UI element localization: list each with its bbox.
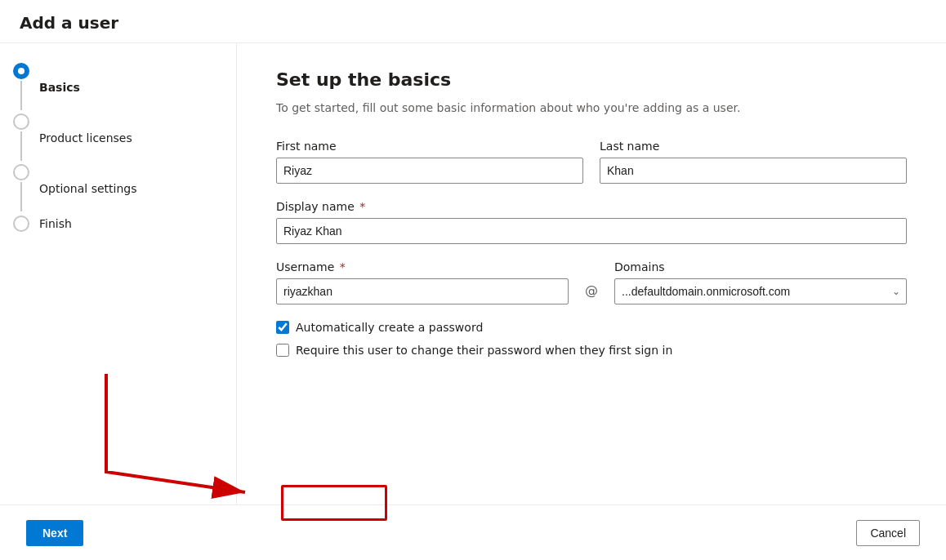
username-label: Username * — [276, 260, 569, 273]
username-domains-row: Username * @ Domains ...defaultdomain.on… — [276, 260, 907, 304]
main-layout: Basics Product licenses Optional setting… — [0, 43, 946, 560]
domain-select-wrapper: ...defaultdomain.onmicrosoft.com ⌄ — [614, 278, 907, 304]
step-item-product-licenses: Product licenses — [13, 113, 223, 161]
step-connector-product-licenses — [13, 113, 29, 161]
require-change-checkbox[interactable] — [276, 344, 289, 357]
display-name-input[interactable] — [276, 218, 907, 244]
cancel-button[interactable]: Cancel — [856, 520, 920, 546]
display-name-group: Display name * — [276, 200, 907, 244]
sidebar: Basics Product licenses Optional setting… — [0, 43, 237, 560]
step-label-basics: Basics — [39, 78, 80, 96]
step-item-finish: Finish — [13, 215, 223, 232]
step-item-optional-settings: Optional settings — [13, 164, 223, 211]
step-connector-finish — [13, 216, 29, 232]
step-line-1 — [20, 81, 22, 110]
domains-group: Domains ...defaultdomain.onmicrosoft.com… — [614, 260, 907, 304]
page-header: Add a user — [0, 0, 946, 43]
last-name-group: Last name — [600, 140, 907, 184]
step-label-product-licenses: Product licenses — [39, 129, 132, 146]
step-label-finish: Finish — [39, 215, 72, 232]
next-button[interactable]: Next — [26, 520, 83, 546]
username-required: * — [336, 260, 345, 273]
content-area: Set up the basics To get started, fill o… — [237, 43, 946, 560]
auto-password-row: Automatically create a password — [276, 321, 907, 334]
first-name-label: First name — [276, 140, 583, 153]
step-connector-basics — [13, 63, 29, 110]
step-circle-product-licenses — [13, 113, 29, 130]
username-group: Username * — [276, 260, 569, 304]
last-name-input[interactable] — [600, 158, 907, 184]
section-description: To get started, fill out some basic info… — [276, 100, 907, 117]
require-change-row: Require this user to change their passwo… — [276, 344, 907, 357]
page-title: Add a user — [20, 13, 926, 33]
at-symbol: @ — [585, 282, 598, 304]
step-circle-optional-settings — [13, 164, 29, 180]
page-footer: Next Cancel — [0, 504, 946, 560]
name-row: First name Last name — [276, 140, 907, 184]
display-name-required: * — [356, 200, 365, 213]
last-name-label: Last name — [600, 140, 907, 153]
footer-left: Next — [26, 520, 83, 546]
step-item-basics: Basics — [13, 63, 223, 110]
auto-password-label: Automatically create a password — [296, 321, 483, 334]
domains-label: Domains — [614, 260, 907, 273]
step-circle-finish — [13, 216, 29, 232]
step-circle-basics — [13, 63, 29, 79]
display-name-label: Display name * — [276, 200, 907, 213]
username-input[interactable] — [276, 278, 569, 304]
section-title: Set up the basics — [276, 69, 907, 90]
display-name-row: Display name * — [276, 200, 907, 244]
step-line-2 — [20, 131, 22, 161]
step-list: Basics Product licenses Optional setting… — [13, 63, 223, 235]
step-line-3 — [20, 182, 22, 211]
step-label-optional-settings: Optional settings — [39, 180, 136, 197]
domain-select[interactable]: ...defaultdomain.onmicrosoft.com — [614, 278, 907, 304]
step-connector-optional-settings — [13, 164, 29, 211]
require-change-label: Require this user to change their passwo… — [296, 344, 672, 357]
first-name-group: First name — [276, 140, 583, 184]
first-name-input[interactable] — [276, 158, 583, 184]
auto-password-checkbox[interactable] — [276, 321, 289, 334]
